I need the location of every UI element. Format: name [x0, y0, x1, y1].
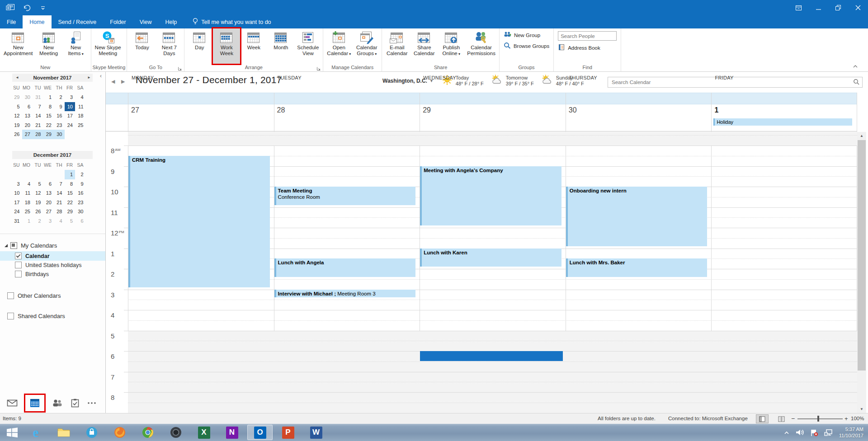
taskbar-edge-button[interactable]: e: [23, 425, 48, 440]
mini-calendar-day[interactable]: 28: [54, 207, 65, 216]
mini-calendar-day[interactable]: 23: [54, 121, 65, 130]
ribbon-button-new-appointment[interactable]: NewAppointment: [1, 28, 35, 64]
mini-calendar-day[interactable]: 27: [43, 207, 54, 216]
mini-calendar-day[interactable]: 20: [43, 198, 54, 207]
volume-icon[interactable]: [795, 429, 804, 436]
calendar-nav[interactable]: [25, 395, 44, 411]
calendar-section-other-calendars[interactable]: Other Calendars: [0, 291, 105, 300]
scroll-up-icon[interactable]: ▲: [857, 132, 866, 140]
ribbon-display-options-button[interactable]: [788, 0, 808, 15]
zoom-out-button[interactable]: −: [791, 413, 795, 424]
day-header-friday[interactable]: FRIDAY: [715, 72, 733, 84]
mini-calendar-day[interactable]: 2: [75, 170, 86, 179]
taskbar-store-button[interactable]: [79, 425, 104, 440]
ribbon-button-browse-groups[interactable]: Browse Groups: [504, 42, 549, 50]
event-lunch-with-mrs-baker[interactable]: Lunch with Mrs. Baker: [566, 258, 708, 277]
mini-calendar-day[interactable]: 29: [11, 93, 22, 102]
mail-nav[interactable]: [7, 399, 18, 407]
day-header-thursday[interactable]: THURSDAY: [569, 72, 597, 84]
tab-help[interactable]: Help: [159, 15, 184, 28]
previous-month-icon[interactable]: ◄: [14, 74, 20, 82]
ribbon-button-e-mail-calendar[interactable]: E-mailCalendar: [383, 28, 410, 64]
mini-calendar-day[interactable]: 27: [22, 130, 33, 139]
mini-calendar-day[interactable]: 24: [65, 121, 75, 130]
mini-calendar-day[interactable]: 5: [11, 102, 22, 112]
mini-calendar-day[interactable]: 2: [33, 216, 43, 226]
mini-calendar-day[interactable]: 15: [43, 111, 54, 121]
day-header-wednesday[interactable]: WEDNESDAY: [423, 72, 456, 84]
ribbon-button-new-skype-meeting[interactable]: SNew SkypeMeeting: [93, 28, 123, 64]
mini-calendar-day[interactable]: 4: [54, 216, 65, 226]
mini-calendar-day[interactable]: 12: [33, 188, 43, 198]
mini-calendar-day[interactable]: 25: [75, 121, 86, 130]
ribbon-button-share-calendar[interactable]: ShareCalendar: [410, 28, 438, 64]
mini-calendar-day[interactable]: 30: [22, 93, 33, 102]
calendar-checkbox[interactable]: [7, 313, 14, 319]
taskbar-clock[interactable]: 5:37 AM 11/10/2017: [839, 426, 863, 439]
restore-button[interactable]: [828, 0, 848, 15]
mini-calendar-day[interactable]: 9: [75, 179, 86, 189]
mini-calendar-day[interactable]: 14: [33, 111, 43, 121]
calendar-item-united-states-holidays[interactable]: United States holidays: [0, 260, 105, 270]
search-people-input[interactable]: [558, 31, 617, 41]
mini-calendar-day[interactable]: 7: [54, 179, 65, 189]
group-checkbox[interactable]: [10, 242, 17, 249]
tell-me-box[interactable]: Tell me what you want to do: [188, 15, 275, 28]
all-day-event[interactable]: Holiday: [713, 118, 852, 126]
next-month-icon[interactable]: ►: [87, 74, 91, 82]
outlook-app-icon[interactable]: [5, 3, 15, 13]
calendar-checkbox[interactable]: [15, 253, 22, 259]
ribbon-button-calendar-permissions[interactable]: CalendarPermissions: [465, 28, 498, 64]
mini-calendar-day[interactable]: 14: [54, 188, 65, 198]
calendar-section-shared-calendars[interactable]: Shared Calendars: [0, 311, 105, 321]
taskbar-onenote-button[interactable]: N: [219, 425, 245, 440]
taskbar-firefox-button[interactable]: [107, 425, 132, 440]
search-calendar-box[interactable]: [608, 77, 863, 88]
vertical-scrollbar[interactable]: ▲ ▼: [857, 132, 866, 413]
undo-icon[interactable]: [22, 3, 32, 13]
calendar-checkbox[interactable]: [7, 292, 14, 299]
ribbon-button-today[interactable]: Today: [128, 28, 156, 64]
mini-calendar-day[interactable]: 30: [54, 130, 65, 139]
mini-calendar-day[interactable]: 13: [43, 188, 54, 198]
taskbar-outlook-button[interactable]: O: [247, 425, 273, 440]
mini-calendar-day[interactable]: 19: [11, 121, 22, 130]
close-button[interactable]: [848, 0, 868, 15]
start-button[interactable]: [3, 425, 22, 440]
mini-calendar-day[interactable]: 29: [65, 207, 75, 216]
mini-calendar-day[interactable]: 28: [33, 130, 43, 139]
mini-calendar-day[interactable]: 22: [65, 198, 75, 207]
mini-calendar-day[interactable]: 15: [65, 188, 75, 198]
dialog-launcher-icon[interactable]: [178, 66, 182, 70]
mini-calendar-day[interactable]: 1: [65, 170, 75, 179]
people-nav[interactable]: [52, 399, 63, 407]
ribbon-button-schedule-view[interactable]: ScheduleView: [294, 28, 321, 64]
ribbon-button-publish-online[interactable]: PublishOnline ▾: [438, 28, 465, 64]
mini-calendar-day[interactable]: 24: [11, 207, 22, 216]
ribbon-button-open-calendar[interactable]: OpenCalendar ▾: [325, 28, 353, 64]
mini-calendar-day[interactable]: 6: [75, 216, 86, 226]
event-lunch-with-angela[interactable]: Lunch with Angela: [274, 258, 416, 277]
scroll-down-icon[interactable]: ▼: [857, 405, 866, 413]
event-crm-training[interactable]: CRM Training: [128, 156, 270, 287]
calendar-checkbox[interactable]: [15, 262, 22, 268]
ribbon-button-week[interactable]: Week: [240, 28, 267, 64]
mini-calendar-day[interactable]: 1: [22, 216, 33, 226]
mini-calendar-day[interactable]: 13: [22, 111, 33, 121]
mini-calendar-day[interactable]: 6: [43, 179, 54, 189]
event-interview-with-michael[interactable]: Interview with Michael ; Meeting Room 3: [274, 290, 416, 298]
ribbon-button-new-items[interactable]: NewItems ▾: [62, 28, 90, 64]
mini-calendar-day[interactable]: 17: [65, 111, 75, 121]
tab-file[interactable]: File: [0, 15, 23, 28]
tasks-nav[interactable]: [71, 399, 80, 408]
taskbar-chrome-button[interactable]: [135, 425, 160, 440]
mini-calendar-day[interactable]: 29: [43, 130, 54, 139]
mini-calendar-day[interactable]: 10: [11, 188, 22, 198]
mini-calendar-day[interactable]: 5: [65, 216, 75, 226]
mini-calendar-day[interactable]: 12: [11, 111, 22, 121]
calendar-checkbox[interactable]: [15, 271, 22, 277]
taskbar-excel-button[interactable]: X: [191, 425, 217, 440]
scrollbar-thumb[interactable]: [858, 140, 866, 371]
calendar-group-my-calendars[interactable]: My Calendars: [0, 241, 105, 250]
ribbon-button-calendar-groups[interactable]: CalendarGroups ▾: [353, 28, 380, 64]
